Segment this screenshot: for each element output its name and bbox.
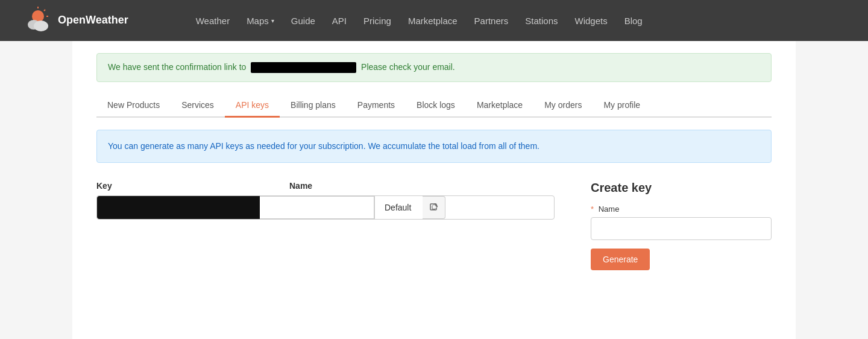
main-nav: Weather Maps ▾ Guide API Pricing Marketp… <box>196 16 643 26</box>
name-label-text: Name <box>599 204 620 214</box>
brand[interactable]: OpenWeather <box>24 7 128 34</box>
tab-billing-plans[interactable]: Billing plans <box>280 94 347 118</box>
navbar: OpenWeather Weather Maps ▾ Guide API Pri… <box>0 0 868 41</box>
main-content: We have sent the confirmation link to Pl… <box>72 41 796 339</box>
key-edit-button[interactable] <box>423 196 445 219</box>
nav-blog[interactable]: Blog <box>624 16 643 26</box>
tab-new-products[interactable]: New Products <box>96 94 171 118</box>
tab-marketplace[interactable]: Marketplace <box>466 94 533 118</box>
create-key-name-input[interactable] <box>591 217 772 240</box>
key-name-input[interactable] <box>260 196 374 219</box>
api-keys-info-box: You can generate as many API keys as nee… <box>96 130 772 163</box>
api-keys-table: Key Name Default <box>96 181 555 220</box>
nav-guide[interactable]: Guide <box>291 16 315 26</box>
tab-api-keys[interactable]: API keys <box>225 94 280 118</box>
tab-navigation: New Products Services API keys Billing p… <box>96 94 772 118</box>
redacted-email <box>251 62 356 73</box>
nav-widgets[interactable]: Widgets <box>575 16 608 26</box>
nav-stations[interactable]: Stations <box>525 16 558 26</box>
nav-weather[interactable]: Weather <box>196 16 230 26</box>
tab-my-orders[interactable]: My orders <box>533 94 593 118</box>
table-row: Default <box>96 195 555 220</box>
create-key-section: Create key * Name Generate <box>591 181 772 270</box>
key-value-redacted <box>97 196 260 219</box>
keys-area: Key Name Default Create key <box>96 181 772 270</box>
nav-maps[interactable]: Maps ▾ <box>247 16 274 26</box>
tab-services[interactable]: Services <box>171 94 225 118</box>
info-box-text: You can generate as many API keys as nee… <box>108 141 539 151</box>
brand-logo <box>24 7 52 34</box>
alert-text-after: Please check your email. <box>361 62 455 72</box>
required-marker: * <box>591 204 594 214</box>
name-label: * Name <box>591 204 772 214</box>
confirmation-alert: We have sent the confirmation link to Pl… <box>96 53 772 82</box>
maps-chevron-icon: ▾ <box>271 17 274 24</box>
col-key-header: Key <box>96 181 289 191</box>
alert-text-before: We have sent the confirmation link to <box>108 62 246 72</box>
nav-marketplace[interactable]: Marketplace <box>408 16 458 26</box>
col-name-header: Name <box>289 181 555 191</box>
generate-button[interactable]: Generate <box>591 249 650 270</box>
edit-icon <box>430 203 438 212</box>
tab-block-logs[interactable]: Block logs <box>406 94 466 118</box>
key-default-label: Default <box>374 196 423 219</box>
nav-api[interactable]: API <box>332 16 347 26</box>
tab-payments[interactable]: Payments <box>347 94 406 118</box>
brand-name: OpenWeather <box>58 14 128 27</box>
tab-my-profile[interactable]: My profile <box>593 94 651 118</box>
nav-partners[interactable]: Partners <box>474 16 509 26</box>
table-header: Key Name <box>96 181 555 191</box>
svg-point-2 <box>34 21 48 31</box>
create-key-title: Create key <box>591 181 772 195</box>
nav-pricing[interactable]: Pricing <box>363 16 391 26</box>
svg-line-4 <box>44 10 45 11</box>
